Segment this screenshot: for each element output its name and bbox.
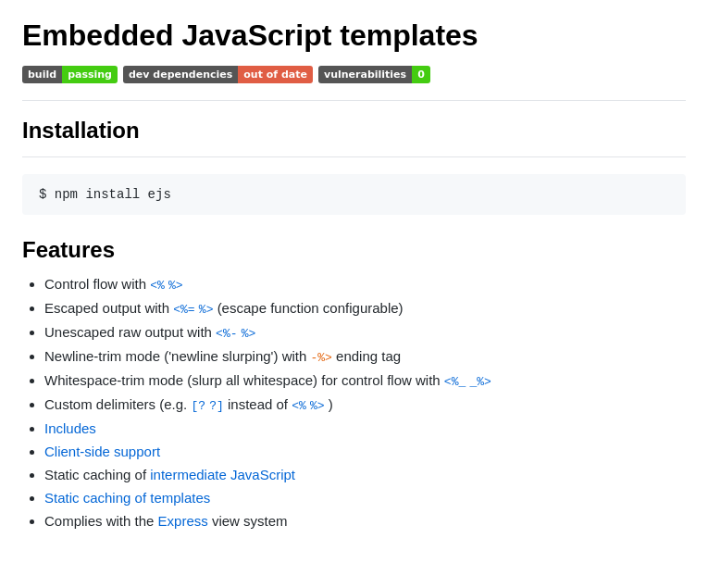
feature-text: ending tag [336, 348, 401, 364]
list-item: Escaped output with <%= %> (escape funct… [44, 300, 686, 317]
vuln-badge-label: vulnerabilities [318, 66, 412, 83]
code-tag: %> [199, 303, 214, 317]
feature-text: (escape function configurable) [217, 300, 404, 316]
devdeps-badge-status: out of date [238, 66, 313, 83]
feature-text: Control flow with [44, 276, 150, 292]
code-tag: _%> [469, 375, 491, 389]
code-tag: <%_ [444, 375, 466, 389]
feature-text: instead of [228, 396, 292, 412]
code-tag: <% [150, 279, 165, 293]
code-tag: <% [292, 399, 306, 413]
list-item: Whitespace-trim mode (slurp all whitespa… [44, 372, 686, 389]
code-tag: -%> [311, 351, 332, 365]
build-badge: build passing [22, 66, 118, 83]
vuln-badge: vulnerabilities 0 [318, 66, 430, 83]
badges-container: build passing dev dependencies out of da… [22, 66, 686, 83]
devdeps-badge-label: dev dependencies [123, 66, 238, 83]
vuln-badge-count: 0 [412, 66, 430, 83]
list-item: Newline-trim mode ('newline slurping') w… [44, 348, 686, 365]
build-badge-status: passing [62, 66, 118, 83]
installation-heading: Installation [22, 118, 686, 144]
list-item: Includes [44, 420, 686, 436]
list-item: Client-side support [44, 444, 686, 459]
code-tag: %> [168, 279, 183, 293]
devdeps-badge: dev dependencies out of date [123, 66, 313, 83]
code-tag: <%= [173, 303, 194, 317]
client-side-link[interactable]: Client-side support [44, 444, 160, 459]
list-item: Complies with the Express view system [44, 513, 686, 529]
includes-link[interactable]: Includes [44, 420, 96, 436]
divider-1 [22, 100, 686, 101]
code-tag: ?] [209, 399, 224, 413]
list-item: Custom delimiters (e.g. [? ?] instead of… [44, 396, 686, 413]
feature-text: Newline-trim mode ('newline slurping') w… [44, 348, 311, 364]
express-link[interactable]: Express [158, 513, 208, 529]
install-code: $ npm install ejs [39, 187, 171, 202]
feature-text: Unescaped raw output with [44, 324, 216, 340]
page-title: Embedded JavaScript templates [22, 19, 686, 53]
list-item: Control flow with <% %> [44, 276, 686, 293]
feature-text: ) [329, 396, 333, 412]
code-tag: %> [242, 327, 256, 341]
list-item: Unescaped raw output with <%- %> [44, 324, 686, 341]
install-code-block: $ npm install ejs [22, 174, 686, 215]
static-caching-link[interactable]: Static caching of templates [44, 490, 210, 506]
feature-text: Complies with the [44, 513, 158, 529]
divider-2 [22, 156, 686, 157]
code-tag: <%- [216, 327, 237, 341]
feature-text: Whitespace-trim mode (slurp all whitespa… [44, 372, 444, 388]
feature-text: Escaped output with [44, 300, 173, 316]
list-item: Static caching of templates [44, 490, 686, 506]
code-tag: %> [310, 399, 325, 413]
features-heading: Features [22, 237, 686, 263]
feature-text: view system [212, 513, 288, 529]
features-list: Control flow with <% %> Escaped output w… [22, 276, 686, 529]
feature-text: Custom delimiters (e.g. [44, 396, 191, 412]
feature-text: Static caching of [44, 467, 150, 482]
build-badge-label: build [22, 66, 62, 83]
intermediate-js-link[interactable]: intermediate JavaScript [150, 467, 295, 482]
code-tag: [? [191, 399, 205, 413]
list-item: Static caching of intermediate JavaScrip… [44, 467, 686, 482]
